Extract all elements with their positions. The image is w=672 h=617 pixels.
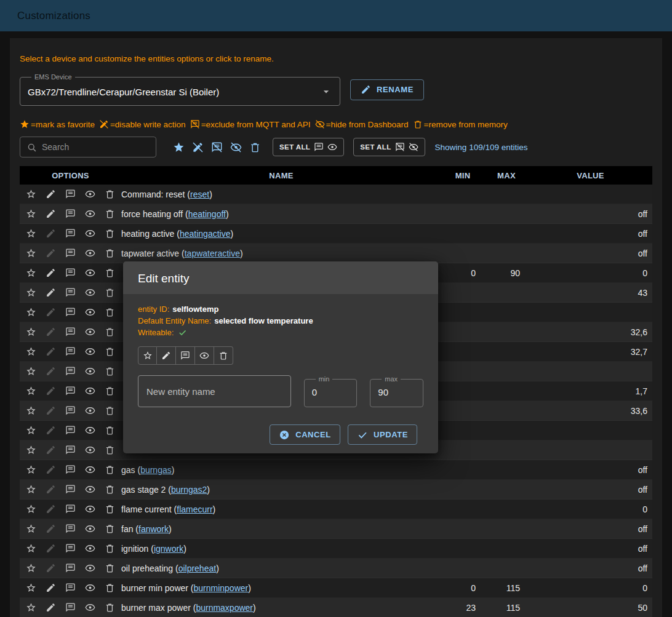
entity-value: off xyxy=(529,524,652,534)
row-option-icons xyxy=(20,504,121,514)
search-input[interactable] xyxy=(42,142,150,152)
col-header-options: OPTIONS xyxy=(20,171,121,180)
entity-value: 32,6 xyxy=(529,327,652,337)
rename-button-label: RENAME xyxy=(377,85,414,94)
comment-icon xyxy=(65,228,76,239)
entity-value: 0 xyxy=(529,268,652,278)
star-outline-icon xyxy=(26,346,36,357)
eye-icon xyxy=(85,327,95,337)
table-row[interactable]: ignition (ignwork)off xyxy=(20,539,652,559)
star-outline-icon xyxy=(26,386,36,396)
edit-icon xyxy=(46,248,56,258)
ems-device-select[interactable]: EMS Device GBx72/Trendline/Cerapur/Green… xyxy=(20,73,340,106)
entity-shortname-link[interactable]: reset xyxy=(190,189,209,199)
toggle-eye-button[interactable] xyxy=(195,346,214,365)
table-row[interactable]: oil preheating (oilpreheat)off xyxy=(20,559,652,578)
filter-edit-off-button[interactable] xyxy=(189,138,206,156)
filter-star-button[interactable] xyxy=(170,138,187,156)
entity-value: 43 xyxy=(529,288,652,298)
comment-icon xyxy=(65,327,76,337)
edit-icon xyxy=(46,464,56,475)
entity-shortname-link[interactable]: ignwork xyxy=(154,544,183,554)
table-row[interactable]: burner max power (burnmaxpower)2311550 xyxy=(20,598,652,617)
set-all-label: SET ALL xyxy=(279,143,310,151)
filter-comment-off-button[interactable] xyxy=(208,138,225,156)
toggle-star-outline-button[interactable] xyxy=(138,346,157,365)
delete-icon xyxy=(105,464,115,475)
edit-icon xyxy=(46,602,56,613)
eye-icon xyxy=(85,405,95,416)
comment-icon xyxy=(180,351,190,360)
entity-name: tapwater active (tapwateractive) xyxy=(121,249,441,258)
filter-delete-button[interactable] xyxy=(246,138,263,156)
comment-icon xyxy=(65,189,76,199)
toggle-comment-button[interactable] xyxy=(176,346,195,365)
table-row[interactable]: fan (fanwork)off xyxy=(20,519,652,539)
row-option-icons xyxy=(20,484,121,495)
entity-id-label: entity ID: xyxy=(138,303,169,315)
search-icon xyxy=(26,142,37,153)
table-row[interactable]: gas stage 2 (burngas2)off xyxy=(20,480,652,500)
toolbar: SET ALLSET ALL Showing 109/109 entities xyxy=(20,137,652,157)
entity-name: gas (burngas) xyxy=(121,465,441,475)
eye-icon xyxy=(85,346,95,357)
set-all-label: SET ALL xyxy=(360,143,391,151)
new-entity-name-field xyxy=(138,375,291,407)
max-input[interactable] xyxy=(378,383,415,400)
star-icon xyxy=(20,119,30,129)
update-button[interactable]: UPDATE xyxy=(348,424,417,445)
min-input[interactable] xyxy=(312,383,350,400)
table-row[interactable]: flame current (flamecurr)0 xyxy=(20,500,652,519)
toggle-delete-button[interactable] xyxy=(214,346,233,365)
table-row[interactable]: gas (burngas)off xyxy=(20,460,652,480)
option-toggle-group xyxy=(138,346,423,365)
entity-shortname-link[interactable]: fanwork xyxy=(138,524,169,534)
table-row[interactable]: force heating off (heatingoff)off xyxy=(20,204,652,224)
entity-shortname-link[interactable]: burngas2 xyxy=(171,485,207,495)
cancel-button[interactable]: CANCEL xyxy=(270,424,340,445)
entity-shortname-link[interactable]: oilpreheat xyxy=(178,563,217,573)
table-row[interactable]: Command: reset (reset) xyxy=(20,185,652,204)
entity-shortname-link[interactable]: flamecurr xyxy=(177,504,212,514)
table-row[interactable]: heating active (heatingactive)off xyxy=(20,224,652,244)
edit-icon xyxy=(46,209,56,219)
entity-value: off xyxy=(529,465,652,475)
entity-shortname-link[interactable]: burnmaxpower xyxy=(196,603,253,613)
edit-icon xyxy=(161,351,171,360)
entity-shortname-link[interactable]: burngas xyxy=(140,465,172,475)
search-icon xyxy=(26,142,37,153)
row-option-icons xyxy=(20,445,121,455)
intro-text: Select a device and customize the entiti… xyxy=(20,54,652,63)
set-all-button-1[interactable]: SET ALL xyxy=(273,138,344,156)
delete-icon xyxy=(105,405,115,416)
set-all-button-2[interactable]: SET ALL xyxy=(353,138,425,156)
eye-icon xyxy=(85,209,95,219)
entity-name: burner max power (burnmaxpower) xyxy=(121,603,441,613)
entity-shortname-link[interactable]: tapwateractive xyxy=(185,249,240,258)
delete-icon xyxy=(105,268,115,278)
rename-button[interactable]: RENAME xyxy=(350,79,424,100)
comment-off-icon xyxy=(395,142,405,152)
star-outline-icon xyxy=(26,425,36,436)
entity-shortname-link[interactable]: heatingoff xyxy=(188,209,226,219)
table-row[interactable]: burner min power (burnminpower)01150 xyxy=(20,578,652,598)
comment-icon xyxy=(65,464,76,475)
edit-icon xyxy=(46,445,56,455)
new-entity-name-input[interactable] xyxy=(146,386,282,397)
filter-eye-off-button[interactable] xyxy=(227,138,244,156)
eye-icon xyxy=(85,307,95,317)
row-option-icons xyxy=(20,386,121,396)
table-row[interactable]: tapwater active (tapwateractive)off xyxy=(20,244,652,263)
delete-icon xyxy=(105,602,115,613)
comment-icon xyxy=(65,445,76,455)
row-option-icons xyxy=(20,209,121,219)
entity-shortname-link[interactable]: burnminpower xyxy=(194,583,249,593)
star-outline-icon xyxy=(26,445,36,455)
entity-shortname-link[interactable]: heatingactive xyxy=(180,229,231,239)
device-row: EMS Device GBx72/Trendline/Cerapur/Green… xyxy=(20,73,652,106)
star-outline-icon xyxy=(143,351,153,360)
entity-value: 32,7 xyxy=(529,347,652,357)
toggle-edit-button[interactable] xyxy=(157,346,176,365)
delete-icon xyxy=(413,119,423,129)
star-outline-icon xyxy=(26,523,36,534)
